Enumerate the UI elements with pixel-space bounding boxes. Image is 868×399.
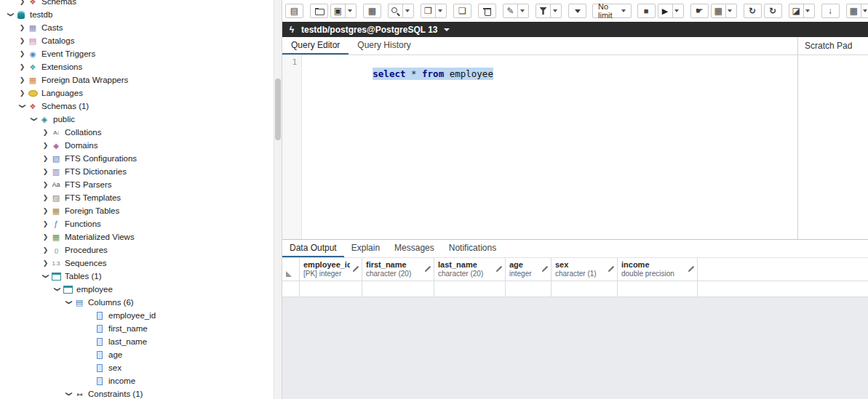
tree-expander-icon[interactable] xyxy=(41,246,50,254)
tree-item[interactable]: age xyxy=(0,348,274,361)
tree-expander-icon[interactable] xyxy=(65,298,73,307)
data-cell[interactable] xyxy=(506,281,552,297)
open-file-button[interactable] xyxy=(310,4,328,18)
rollback-button[interactable] xyxy=(711,4,737,18)
tree-item[interactable]: employee xyxy=(0,283,274,296)
column-header[interactable]: income double precision xyxy=(618,258,698,281)
copy-button[interactable] xyxy=(421,4,447,18)
filter-button[interactable] xyxy=(535,4,562,18)
tree-item[interactable]: Domains xyxy=(0,139,274,152)
dropdown-toggle[interactable] xyxy=(345,4,354,17)
tree-item[interactable]: sex xyxy=(0,361,274,374)
tree-expander-icon[interactable] xyxy=(41,155,50,162)
tree-expander-icon[interactable] xyxy=(42,272,49,281)
tree-expander-icon[interactable] xyxy=(17,76,27,84)
tree-item[interactable]: FTS Configurations xyxy=(0,152,274,165)
tree-item[interactable]: Languages xyxy=(0,86,274,100)
dropdown-toggle[interactable] xyxy=(861,4,868,17)
tree-item[interactable]: Constraints (1) xyxy=(0,387,274,399)
select-all-corner[interactable] xyxy=(282,258,300,281)
query-sections-button[interactable] xyxy=(285,4,303,18)
find-button[interactable] xyxy=(388,4,414,18)
commit-button[interactable] xyxy=(690,4,709,18)
connection-bar[interactable]: testdb/postgres@PostgreSQL 13 xyxy=(282,22,868,37)
tree-expander-icon[interactable] xyxy=(31,115,38,124)
tree-expander-icon[interactable] xyxy=(41,181,50,188)
column-header[interactable]: employee_id [PK] integer xyxy=(300,258,362,281)
tree-expander-icon[interactable] xyxy=(41,233,50,241)
execute-button[interactable] xyxy=(658,4,684,18)
column-header[interactable]: sex character (1) xyxy=(552,258,618,281)
dropdown-toggle[interactable] xyxy=(803,4,812,17)
tree-expander-icon[interactable] xyxy=(41,220,50,227)
edit-button[interactable] xyxy=(503,4,529,18)
tree-item[interactable]: Tables (1) xyxy=(0,270,274,283)
edit-cell-icon[interactable] xyxy=(495,265,503,273)
tree-item[interactable]: Schemas xyxy=(0,0,274,8)
tree-item[interactable]: FTS Templates xyxy=(0,191,274,204)
tree-expander-icon[interactable] xyxy=(17,24,27,31)
tree-item[interactable]: Catalogs xyxy=(0,34,274,47)
view-data-button[interactable] xyxy=(363,4,381,18)
tree-item[interactable]: income xyxy=(0,374,274,387)
tree-item[interactable]: Procedures xyxy=(0,243,274,257)
tree-expander-icon[interactable] xyxy=(17,37,27,44)
cancel-query-button[interactable] xyxy=(637,4,656,18)
tree-item[interactable]: first_name xyxy=(0,322,274,335)
query-editor[interactable]: 1 select * from employee xyxy=(282,55,797,239)
output-tab[interactable]: Explain xyxy=(344,240,387,257)
tree-expander-icon[interactable] xyxy=(17,50,27,57)
tree-item[interactable]: Event Triggers xyxy=(0,47,274,60)
tree-item[interactable]: Collations xyxy=(0,126,274,139)
tree-item[interactable]: Casts xyxy=(0,21,274,34)
data-cell[interactable] xyxy=(618,281,698,297)
data-cell[interactable] xyxy=(362,281,434,297)
tree-item[interactable]: Foreign Tables xyxy=(0,204,274,217)
dropdown-toggle[interactable] xyxy=(402,4,411,17)
limit-select[interactable]: No limit xyxy=(592,4,632,18)
macro-button[interactable] xyxy=(846,4,868,18)
edit-cell-icon[interactable] xyxy=(541,265,549,273)
dropdown-toggle[interactable] xyxy=(725,4,734,17)
column-header[interactable]: last_name character (20) xyxy=(434,258,506,281)
tree-item[interactable]: Foreign Data Wrappers xyxy=(0,73,274,86)
tree-expander-icon[interactable] xyxy=(41,259,50,267)
tree-expander-icon[interactable] xyxy=(19,102,26,111)
download-button[interactable] xyxy=(821,4,840,18)
row-number-cell[interactable] xyxy=(282,281,300,297)
data-cell[interactable] xyxy=(434,281,506,297)
column-header[interactable]: age integer xyxy=(506,258,552,281)
data-cell[interactable] xyxy=(552,281,618,297)
dropdown-toggle[interactable] xyxy=(550,4,559,17)
tree-item[interactable]: Materialized Views xyxy=(0,230,274,243)
scratch-pad-input[interactable] xyxy=(798,55,868,239)
tree-expander-icon[interactable] xyxy=(41,207,50,214)
tree-expander-icon[interactable] xyxy=(41,194,50,201)
tree-expander-icon[interactable] xyxy=(17,89,27,97)
tree-expander-icon[interactable] xyxy=(65,390,73,399)
tree-expander-icon[interactable] xyxy=(17,0,27,5)
tree-item[interactable]: testdb xyxy=(0,8,274,21)
tree-expander-icon[interactable] xyxy=(17,63,27,70)
tree-scrollbar-thumb[interactable] xyxy=(275,78,281,140)
column-header[interactable]: first_name character (20) xyxy=(362,258,434,281)
edit-cell-icon[interactable] xyxy=(351,265,359,273)
delete-button[interactable] xyxy=(478,4,496,18)
paste-button[interactable] xyxy=(453,4,471,18)
edit-cell-icon[interactable] xyxy=(687,265,695,273)
tree-expander-icon[interactable] xyxy=(7,10,15,20)
tree-item[interactable]: Columns (6) xyxy=(0,296,274,309)
tree-item[interactable]: Extensions xyxy=(0,60,274,73)
tree-expander-icon[interactable] xyxy=(41,142,50,149)
tree-item[interactable]: Functions xyxy=(0,217,274,230)
fetch-prev-button[interactable] xyxy=(744,4,762,18)
edit-cell-icon[interactable] xyxy=(423,265,431,273)
tree-item[interactable]: public xyxy=(0,113,274,126)
edit-cell-icon[interactable] xyxy=(607,265,615,273)
dropdown-toggle[interactable] xyxy=(517,4,526,17)
tree-expander-icon[interactable] xyxy=(41,129,50,136)
tree-expander-icon[interactable] xyxy=(41,168,50,175)
output-tab[interactable]: Data Output xyxy=(282,240,344,257)
clear-button[interactable] xyxy=(789,4,815,18)
filter-options-button[interactable] xyxy=(568,4,586,18)
